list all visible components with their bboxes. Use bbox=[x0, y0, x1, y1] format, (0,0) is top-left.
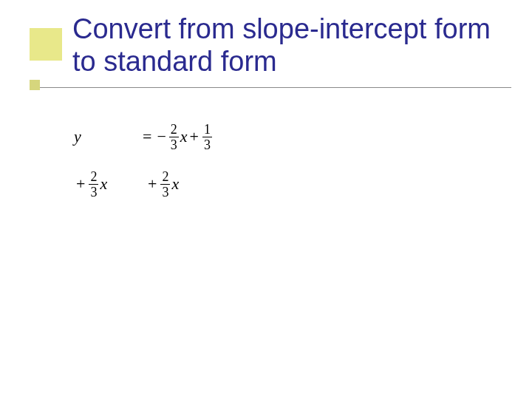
frac-num: 2 bbox=[89, 170, 98, 184]
var-x: x bbox=[180, 127, 188, 146]
title-underline bbox=[30, 87, 511, 88]
frac-den: 3 bbox=[160, 184, 170, 199]
slide-title: Convert from slope-intercept form to sta… bbox=[72, 13, 502, 78]
fraction-2-3-a: 2 3 bbox=[169, 123, 179, 151]
negative-sign: − bbox=[157, 127, 166, 146]
fraction-1-3: 1 3 bbox=[202, 123, 212, 151]
plus-sign: + bbox=[148, 174, 157, 194]
eq2-lhs: + 2 3 x bbox=[74, 170, 140, 199]
frac-den: 3 bbox=[169, 137, 179, 151]
bullet-square bbox=[30, 80, 40, 90]
frac-den: 3 bbox=[89, 184, 98, 199]
fraction-2-3-b: 2 3 bbox=[89, 170, 98, 199]
plus-sign: + bbox=[190, 127, 199, 146]
eq2-rhs: + 2 3 x bbox=[140, 170, 179, 199]
frac-num: 2 bbox=[169, 123, 179, 137]
plus-sign: + bbox=[76, 174, 85, 194]
fraction-2-3-c: 2 3 bbox=[160, 170, 170, 199]
frac-num: 1 bbox=[202, 123, 212, 137]
equation-row-1: y = − 2 3 x + 1 3 bbox=[74, 118, 214, 155]
var-x: x bbox=[171, 174, 179, 194]
title-block: Convert from slope-intercept form to sta… bbox=[72, 13, 502, 78]
eq1-lhs: y bbox=[74, 127, 140, 146]
accent-square bbox=[30, 28, 62, 61]
equation-row-2: + 2 3 x + 2 3 x bbox=[74, 166, 214, 202]
slide: Convert from slope-intercept form to sta… bbox=[0, 0, 532, 399]
frac-num: 2 bbox=[160, 170, 170, 184]
frac-den: 3 bbox=[202, 137, 212, 151]
equals-sign: = bbox=[143, 127, 151, 146]
var-y: y bbox=[74, 127, 81, 146]
math-content: y = − 2 3 x + 1 3 + 2 bbox=[74, 118, 214, 213]
var-x: x bbox=[100, 174, 107, 194]
eq1-rhs: = − 2 3 x + 1 3 bbox=[140, 123, 214, 151]
